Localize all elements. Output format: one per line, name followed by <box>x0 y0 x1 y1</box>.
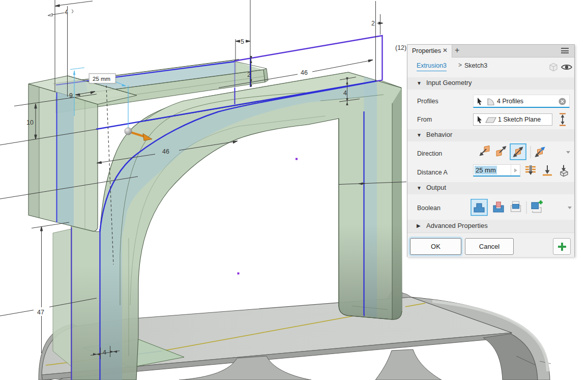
svg-text:25 mm: 25 mm <box>93 76 110 82</box>
svg-text:4: 4 <box>65 9 68 16</box>
svg-text:4: 4 <box>343 90 347 97</box>
svg-text:9: 9 <box>69 92 73 99</box>
svg-text:2: 2 <box>371 20 375 27</box>
svg-text:46: 46 <box>301 69 308 76</box>
svg-text:4: 4 <box>103 349 106 356</box>
svg-text:46: 46 <box>162 148 169 155</box>
svg-text:10: 10 <box>26 119 34 126</box>
svg-text:(12): (12) <box>395 44 406 51</box>
svg-text:2: 2 <box>247 71 251 78</box>
svg-text:5: 5 <box>241 38 244 45</box>
svg-text:47: 47 <box>37 309 44 316</box>
